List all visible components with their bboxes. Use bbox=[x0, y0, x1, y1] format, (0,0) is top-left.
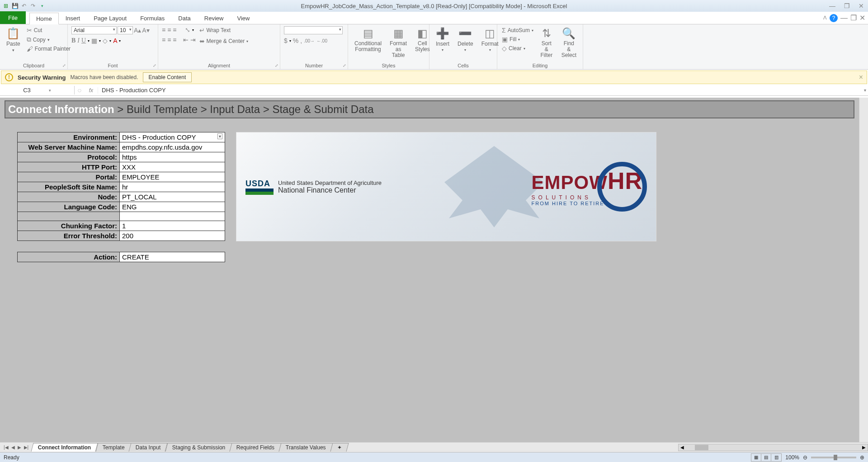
tab-page-layout[interactable]: Page Layout bbox=[87, 12, 133, 24]
find-select-button[interactable]: 🔍Find & Select bbox=[559, 26, 579, 60]
conditional-formatting-button[interactable]: ▤Conditional Formatting bbox=[352, 26, 384, 53]
align-center-icon[interactable]: ≡ bbox=[167, 36, 171, 43]
next-sheet-icon[interactable]: ▶ bbox=[17, 445, 22, 450]
font-launcher-icon[interactable]: ⤢ bbox=[153, 63, 156, 68]
currency-icon[interactable]: $ bbox=[284, 37, 288, 44]
close-icon[interactable]: ✕ bbox=[856, 2, 866, 10]
orientation-icon[interactable]: ⤡ bbox=[185, 26, 190, 33]
horizontal-scrollbar[interactable]: ◀▶ bbox=[678, 444, 868, 451]
normal-view-icon[interactable]: ▦ bbox=[751, 454, 761, 461]
increase-indent-icon[interactable]: ⇥ bbox=[190, 36, 196, 43]
font-size-combo[interactable]: 10 bbox=[118, 26, 133, 34]
ribbon-minimize-icon[interactable]: ᐱ bbox=[823, 15, 827, 21]
decrease-decimal-icon[interactable]: ←.00 bbox=[316, 38, 327, 43]
font-color-icon[interactable]: A bbox=[113, 37, 117, 44]
vertical-scrollbar[interactable] bbox=[859, 98, 868, 442]
paste-button[interactable]: 📋 Paste ▾ bbox=[4, 26, 23, 53]
formula-expand-icon[interactable]: ▾ bbox=[864, 88, 866, 93]
fx-icon[interactable]: fx bbox=[85, 87, 98, 94]
underline-icon[interactable]: U bbox=[81, 37, 86, 44]
sheet-tab[interactable]: Connect Information bbox=[31, 443, 98, 452]
italic-icon[interactable]: I bbox=[77, 37, 80, 44]
new-sheet-tab[interactable]: ✦ bbox=[330, 443, 349, 452]
prev-sheet-icon[interactable]: ◀ bbox=[10, 445, 16, 450]
sort-filter-button[interactable]: ⇅Sort & Filter bbox=[537, 26, 556, 60]
align-right-icon[interactable]: ≡ bbox=[173, 36, 176, 43]
form-value[interactable]: 200 bbox=[120, 231, 225, 241]
tab-formulas[interactable]: Formulas bbox=[133, 12, 171, 24]
decrease-indent-icon[interactable]: ⇤ bbox=[183, 36, 189, 43]
fill-button[interactable]: ▣Fill▾ bbox=[501, 35, 534, 43]
format-painter-button[interactable]: 🖌Format Painter bbox=[26, 45, 71, 53]
help-icon[interactable]: ? bbox=[830, 14, 838, 22]
formula-value[interactable]: DHS - Production COPY bbox=[98, 87, 166, 94]
security-close-icon[interactable]: × bbox=[859, 73, 863, 81]
tab-review[interactable]: Review bbox=[198, 12, 231, 24]
alignment-launcher-icon[interactable]: ⤢ bbox=[275, 63, 278, 68]
tab-data[interactable]: Data bbox=[171, 12, 197, 24]
delete-button[interactable]: ➖Delete▾ bbox=[455, 26, 476, 53]
page-layout-view-icon[interactable]: ▤ bbox=[761, 454, 771, 461]
qat-dropdown-icon[interactable]: ▾ bbox=[38, 2, 46, 10]
sheet-tab[interactable]: Template bbox=[95, 443, 132, 452]
form-value[interactable]: 1 bbox=[120, 221, 225, 231]
zoom-level[interactable]: 100% bbox=[785, 454, 799, 461]
align-middle-icon[interactable]: ≡ bbox=[167, 26, 171, 33]
tab-insert[interactable]: Insert bbox=[59, 12, 87, 24]
workbook-restore-icon[interactable]: ❐ bbox=[850, 14, 857, 22]
tab-home[interactable]: Home bbox=[29, 13, 59, 24]
tab-view[interactable]: View bbox=[230, 12, 256, 24]
form-value[interactable]: DHS - Production COPY▾ bbox=[120, 132, 225, 142]
format-as-table-button[interactable]: ▦Format as Table bbox=[387, 26, 410, 60]
align-left-icon[interactable]: ≡ bbox=[162, 36, 165, 43]
workbook-minimize-icon[interactable]: — bbox=[840, 14, 848, 22]
file-tab[interactable]: File bbox=[0, 11, 26, 24]
copy-button[interactable]: ⧉Copy▾ bbox=[26, 35, 71, 44]
save-icon[interactable]: 💾 bbox=[11, 2, 19, 10]
cut-button[interactable]: ✂Cut bbox=[26, 26, 71, 34]
form-value[interactable]: empdhs.copy.nfc.usda.gov bbox=[120, 142, 225, 152]
form-value[interactable]: PT_LOCAL bbox=[120, 192, 225, 202]
restore-icon[interactable]: ❐ bbox=[842, 2, 852, 10]
form-value[interactable]: ENG bbox=[120, 202, 225, 212]
autosum-button[interactable]: ΣAutoSum▾ bbox=[501, 26, 534, 34]
redo-icon[interactable]: ↷ bbox=[29, 2, 37, 10]
align-bottom-icon[interactable]: ≡ bbox=[173, 26, 176, 33]
align-top-icon[interactable]: ≡ bbox=[162, 26, 165, 33]
name-box[interactable]: C3▾ bbox=[0, 86, 75, 94]
form-value[interactable]: hr bbox=[120, 182, 225, 192]
number-format-combo[interactable] bbox=[284, 26, 343, 34]
percent-icon[interactable]: % bbox=[293, 37, 298, 44]
sheet-tab[interactable]: Data Input bbox=[129, 443, 168, 452]
bold-icon[interactable]: B bbox=[71, 37, 75, 44]
undo-icon[interactable]: ↶ bbox=[20, 2, 28, 10]
border-icon[interactable]: ▦ bbox=[91, 37, 97, 44]
sheet-tab[interactable]: Translate Values bbox=[279, 443, 333, 452]
sheet-tab[interactable]: Required Fields bbox=[229, 443, 281, 452]
enable-content-button[interactable]: Enable Content bbox=[143, 72, 192, 82]
grow-font-icon[interactable]: A▴ bbox=[134, 27, 141, 34]
merge-center-button[interactable]: ⬌Merge & Center▾ bbox=[198, 37, 250, 45]
form-value[interactable]: CREATE bbox=[120, 252, 225, 262]
zoom-slider[interactable] bbox=[811, 457, 856, 458]
fill-color-icon[interactable]: ◇ bbox=[103, 37, 108, 44]
first-sheet-icon[interactable]: |◀ bbox=[3, 445, 9, 450]
clipboard-launcher-icon[interactable]: ⤢ bbox=[62, 63, 66, 68]
shrink-font-icon[interactable]: A▾ bbox=[142, 27, 149, 34]
form-value[interactable]: https bbox=[120, 152, 225, 162]
insert-button[interactable]: ➕Insert▾ bbox=[433, 26, 452, 53]
wrap-text-button[interactable]: ↵Wrap Text bbox=[198, 26, 250, 34]
clear-button[interactable]: ◇Clear▾ bbox=[501, 44, 534, 52]
comma-icon[interactable]: , bbox=[300, 37, 302, 44]
workbook-close-icon[interactable]: ✕ bbox=[859, 14, 865, 22]
minimize-icon[interactable]: — bbox=[827, 2, 837, 10]
number-launcher-icon[interactable]: ⤢ bbox=[343, 63, 346, 68]
cancel-formula-icon[interactable]: ○ bbox=[75, 86, 85, 94]
dropdown-icon[interactable]: ▾ bbox=[217, 133, 222, 139]
zoom-in-icon[interactable]: ⊕ bbox=[860, 454, 864, 461]
form-value[interactable]: XXX bbox=[120, 162, 225, 172]
increase-decimal-icon[interactable]: .00→ bbox=[304, 38, 315, 43]
zoom-out-icon[interactable]: ⊖ bbox=[803, 454, 807, 461]
last-sheet-icon[interactable]: ▶| bbox=[23, 445, 30, 450]
form-value[interactable]: EMPLOYEE bbox=[120, 172, 225, 182]
